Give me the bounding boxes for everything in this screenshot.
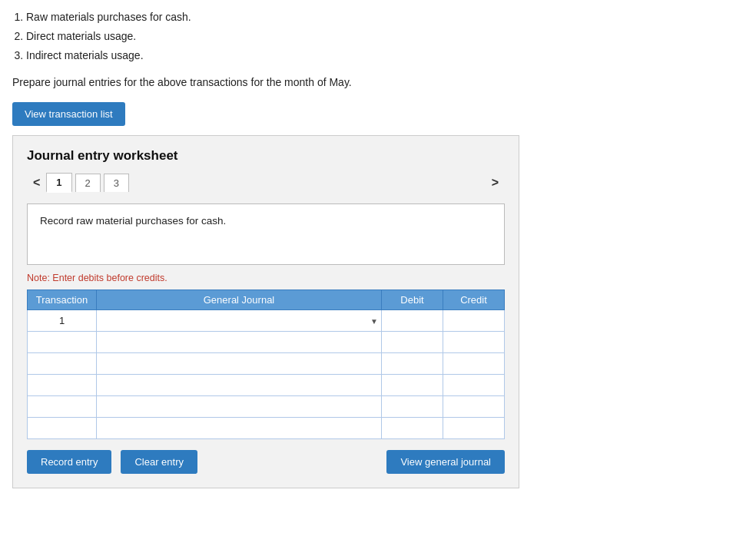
- transaction-number-2: [28, 332, 97, 353]
- clear-entry-button[interactable]: Clear entry: [121, 450, 197, 474]
- tab-2[interactable]: 2: [75, 174, 101, 192]
- credit-cell-row1[interactable]: [443, 310, 505, 332]
- journal-input-row5[interactable]: [97, 396, 381, 417]
- table-row: [28, 418, 505, 439]
- debit-credit-note: Note: Enter debits before credits.: [27, 273, 505, 283]
- journal-table: Transaction General Journal Debit Credit…: [27, 290, 505, 439]
- tab-3[interactable]: 3: [104, 174, 129, 192]
- col-header-debit: Debit: [382, 290, 443, 310]
- debit-cell-row3[interactable]: [382, 353, 443, 375]
- worksheet-title: Journal entry worksheet: [27, 148, 505, 164]
- col-header-transaction: Transaction: [28, 290, 97, 310]
- prepare-text: Prepare journal entries for the above tr…: [12, 74, 744, 92]
- debit-input-row1[interactable]: [382, 310, 443, 331]
- journal-cell-row5[interactable]: [97, 396, 382, 418]
- debit-cell-row2[interactable]: [382, 332, 443, 353]
- view-transaction-list-button[interactable]: View transaction list: [12, 102, 125, 126]
- credit-cell-row4[interactable]: [443, 375, 505, 396]
- journal-input-row6[interactable]: [97, 418, 381, 438]
- action-buttons-bar: Record entry Clear entry View general jo…: [27, 450, 505, 474]
- journal-input-row4[interactable]: [97, 375, 381, 395]
- transaction-number-3: [28, 353, 97, 375]
- record-entry-button[interactable]: Record entry: [27, 450, 111, 474]
- instruction-item-1: Raw materials purchases for cash.: [26, 8, 744, 27]
- debit-input-row3[interactable]: [382, 353, 443, 374]
- journal-input-row2[interactable]: [97, 332, 381, 352]
- table-row: [28, 396, 505, 418]
- table-row: [28, 332, 505, 353]
- credit-input-row2[interactable]: [443, 332, 504, 352]
- credit-cell-row5[interactable]: [443, 396, 505, 418]
- journal-entry-worksheet: Journal entry worksheet < 1 2 3 > Record…: [12, 135, 519, 488]
- debit-input-row2[interactable]: [382, 332, 443, 352]
- debit-input-row5[interactable]: [382, 396, 443, 417]
- credit-input-row6[interactable]: [443, 418, 504, 438]
- debit-cell-row6[interactable]: [382, 418, 443, 439]
- instructions-section: Raw materials purchases for cash. Direct…: [12, 8, 744, 91]
- journal-cell-row1[interactable]: ▼: [97, 310, 382, 332]
- debit-input-row4[interactable]: [382, 375, 443, 395]
- debit-cell-row4[interactable]: [382, 375, 443, 396]
- col-header-general-journal: General Journal: [97, 290, 382, 310]
- tab-prev-button[interactable]: <: [27, 174, 46, 191]
- journal-cell-row6[interactable]: [97, 418, 382, 439]
- journal-input-row3[interactable]: [97, 353, 381, 374]
- credit-cell-row2[interactable]: [443, 332, 505, 353]
- table-row: 1 ▼: [28, 310, 505, 332]
- col-header-credit: Credit: [443, 290, 505, 310]
- journal-cell-row2[interactable]: [97, 332, 382, 353]
- credit-cell-row3[interactable]: [443, 353, 505, 375]
- table-row: [28, 353, 505, 375]
- journal-cell-row4[interactable]: [97, 375, 382, 396]
- transaction-number-1: 1: [28, 310, 97, 332]
- transaction-number-4: [28, 375, 97, 396]
- transaction-number-5: [28, 396, 97, 418]
- view-general-journal-button[interactable]: View general journal: [386, 450, 505, 474]
- credit-input-row3[interactable]: [443, 353, 504, 374]
- credit-input-row1[interactable]: [443, 310, 504, 331]
- journal-input-row1[interactable]: [97, 310, 381, 331]
- credit-cell-row6[interactable]: [443, 418, 505, 439]
- debit-cell-row1[interactable]: [382, 310, 443, 332]
- tab-navigation: < 1 2 3 >: [27, 173, 505, 193]
- instruction-item-2: Direct materials usage.: [26, 27, 744, 46]
- tab-next-button[interactable]: >: [486, 174, 505, 191]
- table-row: [28, 375, 505, 396]
- tab-1[interactable]: 1: [46, 173, 71, 193]
- credit-input-row5[interactable]: [443, 396, 504, 417]
- debit-input-row6[interactable]: [382, 418, 443, 438]
- credit-input-row4[interactable]: [443, 375, 504, 395]
- debit-cell-row5[interactable]: [382, 396, 443, 418]
- transaction-description: Record raw material purchases for cash.: [27, 203, 505, 265]
- journal-cell-row3[interactable]: [97, 353, 382, 375]
- instruction-item-3: Indirect materials usage.: [26, 46, 744, 65]
- transaction-number-6: [28, 418, 97, 439]
